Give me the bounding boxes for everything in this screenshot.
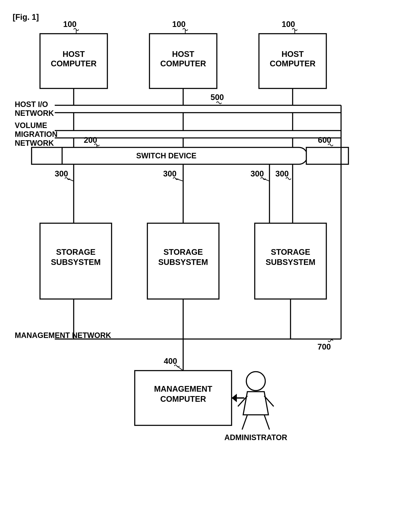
svg-marker-77 [232, 394, 237, 402]
svg-text:COMPUTER: COMPUTER [51, 59, 97, 68]
svg-text:100: 100 [172, 20, 186, 29]
svg-text:300: 300 [55, 169, 68, 178]
svg-text:MIGRATION: MIGRATION [15, 130, 58, 139]
svg-text:HOST: HOST [62, 50, 85, 59]
svg-text:MANAGEMENT: MANAGEMENT [154, 384, 212, 393]
svg-text:HOST: HOST [172, 50, 194, 59]
svg-text:MANAGEMENT NETWORK: MANAGEMENT NETWORK [15, 331, 111, 340]
svg-text:100: 100 [63, 20, 76, 29]
svg-text:COMPUTER: COMPUTER [270, 59, 315, 68]
svg-text:300: 300 [251, 169, 264, 178]
svg-line-82 [264, 415, 270, 430]
svg-line-71 [177, 366, 183, 371]
svg-text:SWITCH DEVICE: SWITCH DEVICE [136, 151, 196, 160]
svg-text:STORAGE: STORAGE [56, 248, 95, 256]
svg-text:100: 100 [282, 20, 295, 29]
svg-text:600: 600 [318, 136, 331, 144]
svg-text:COMPUTER: COMPUTER [160, 395, 206, 404]
svg-text:SUBSYSTEM: SUBSYSTEM [51, 258, 101, 267]
svg-text:SUBSYSTEM: SUBSYSTEM [266, 258, 315, 267]
svg-text:300: 300 [275, 169, 289, 178]
svg-text:STORAGE: STORAGE [271, 248, 310, 256]
svg-line-81 [242, 415, 247, 430]
svg-text:HOST I/O: HOST I/O [15, 100, 48, 109]
svg-point-78 [246, 372, 265, 391]
svg-rect-34 [32, 147, 62, 164]
svg-text:ADMINISTRATOR: ADMINISTRATOR [225, 433, 287, 442]
svg-text:NETWORK: NETWORK [15, 109, 54, 118]
svg-text:SUBSYSTEM: SUBSYSTEM [158, 258, 208, 267]
svg-text:500: 500 [210, 93, 224, 102]
svg-text:700: 700 [317, 342, 331, 351]
svg-text:200: 200 [84, 136, 97, 144]
svg-rect-37 [306, 147, 348, 164]
diagram-svg: 100 100 100 HOST COMPUTER HOST COMPUTER … [13, 13, 408, 505]
svg-text:STORAGE: STORAGE [163, 248, 203, 256]
svg-text:NETWORK: NETWORK [15, 139, 54, 147]
svg-text:400: 400 [164, 357, 177, 366]
svg-text:VOLUME: VOLUME [15, 121, 47, 130]
svg-text:300: 300 [163, 169, 176, 178]
svg-text:COMPUTER: COMPUTER [160, 59, 206, 68]
svg-text:HOST: HOST [281, 50, 304, 59]
diagram-container: [Fig. 1] 100 100 100 HOST COMPUTER HOST … [13, 13, 408, 505]
